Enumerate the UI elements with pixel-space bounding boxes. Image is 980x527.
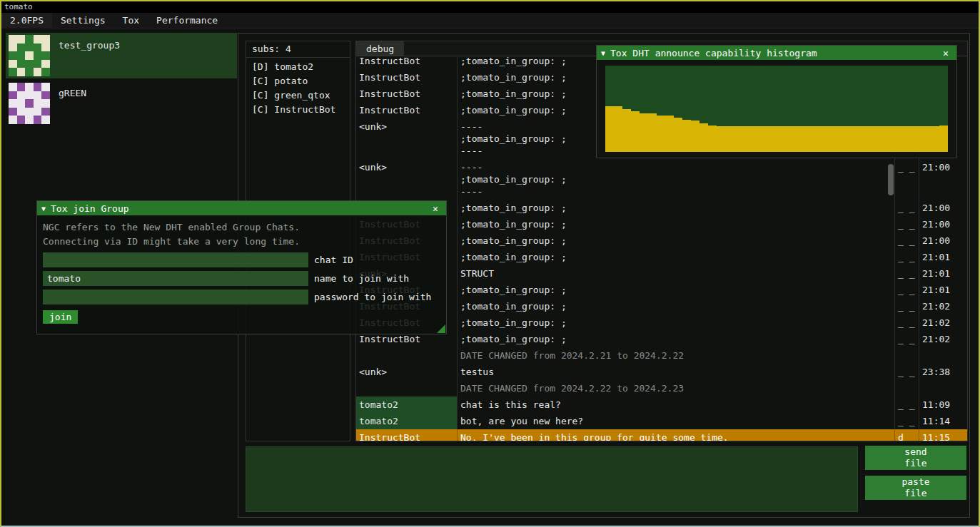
join-name-input[interactable] <box>43 271 308 286</box>
message-sender: tomato2 <box>356 396 458 413</box>
histogram-bar <box>931 126 939 152</box>
send-file-button[interactable]: send file <box>865 446 966 470</box>
contact-item[interactable]: test_group3 <box>6 33 237 78</box>
histogram-bar <box>777 126 785 152</box>
avatar-pixel <box>34 116 42 124</box>
histogram-bar <box>845 126 854 152</box>
histogram-bar <box>922 126 931 152</box>
menu-item-settings[interactable]: Settings <box>52 13 114 29</box>
tab-debug[interactable]: debug <box>356 41 404 56</box>
resize-grip[interactable] <box>437 324 445 333</box>
dht-histogram-window: ▼ Tox DHT announce capability histogram … <box>596 45 957 158</box>
paste-file-button[interactable]: paste file <box>865 476 966 500</box>
message-input[interactable] <box>246 446 858 512</box>
message-text: ;tomato_in_group: ; <box>458 200 895 216</box>
message-row[interactable]: InstructBot;tomato_in_group: ;_ _21:01 <box>356 282 967 298</box>
message-row[interactable]: InstructBotNo, I've been in this group f… <box>356 429 967 441</box>
collapse-arrow-icon[interactable]: ▼ <box>601 49 605 57</box>
message-row[interactable]: InstructBot;tomato_in_group: ;_ _21:00 <box>356 232 967 249</box>
message-row[interactable]: InstructBot;tomato_in_group: ;_ _21:02 <box>356 331 967 347</box>
message-text: bot, are you new here? <box>458 413 895 429</box>
member-item[interactable]: [C] green_qtox <box>246 88 350 103</box>
contact-item[interactable]: gREEN <box>6 81 237 126</box>
join-password-input[interactable] <box>43 290 308 305</box>
chat-scrollbar-thumb[interactable] <box>888 164 894 195</box>
message-time: 21:02 <box>919 298 967 314</box>
avatar-pixel <box>41 35 50 44</box>
avatar-pixel <box>41 68 50 76</box>
histogram-titlebar[interactable]: ▼ Tox DHT announce capability histogram … <box>597 46 956 60</box>
avatar-pixel <box>34 60 42 68</box>
message-text: chat is this real? <box>458 396 895 413</box>
message-row[interactable]: InstructBot;tomato_in_group: ;_ _21:00 <box>356 200 967 216</box>
join-group-body: NGC refers to the New DHT enabled Group … <box>37 215 446 329</box>
histogram-bar <box>674 118 682 152</box>
message-time <box>919 347 967 364</box>
chat-id-row: chat ID <box>43 252 440 267</box>
message-row[interactable]: InstructBot;tomato_in_group: ;_ _21:00 <box>356 216 967 232</box>
join-group-titlebar[interactable]: ▼ Tox join Group ✕ <box>37 201 446 215</box>
avatar-pixel <box>17 83 26 91</box>
histogram-bar <box>939 126 948 153</box>
histogram-bar <box>699 123 708 152</box>
histogram-bar <box>819 126 828 152</box>
message-flags: _ _ <box>895 282 919 298</box>
message-row[interactable]: InstructBot;tomato_in_group: ;_ _21:01 <box>356 249 967 265</box>
message-text: ;tomato_in_group: ; <box>458 314 895 331</box>
avatar-pixel <box>34 51 42 60</box>
histogram-bar <box>862 126 871 152</box>
histogram-bar <box>888 126 896 152</box>
avatar-pixel <box>34 83 42 91</box>
join-button[interactable]: join <box>43 310 78 324</box>
message-row[interactable]: <unk>testus_ _23:38 <box>356 364 967 380</box>
message-row[interactable]: tomato2chat is this real?_ _11:09 <box>356 396 967 413</box>
close-icon[interactable]: ✕ <box>429 203 442 214</box>
message-sender: <unk> <box>356 364 458 380</box>
avatar-pixel <box>17 68 26 76</box>
histogram-bar <box>614 106 622 152</box>
avatar-pixel <box>25 116 34 124</box>
avatar-pixel <box>34 35 42 44</box>
message-row[interactable]: tomato2bot, are you new here?_ _11:14 <box>356 413 967 429</box>
message-time: 11:09 <box>919 396 967 413</box>
message-flags: _ _ <box>895 265 919 282</box>
message-row[interactable]: DATE CHANGED from 2024.2.21 to 2024.2.22 <box>356 347 967 364</box>
message-flags <box>895 347 919 364</box>
message-row[interactable]: <unk>STRUCT_ _21:01 <box>356 265 967 282</box>
menu-item-tox[interactable]: Tox <box>114 13 148 29</box>
contact-avatar <box>9 83 50 124</box>
avatar-pixel <box>41 51 50 60</box>
member-item[interactable]: [C] potato <box>246 74 350 88</box>
message-sender <box>356 380 458 396</box>
member-item[interactable]: [C] InstructBot <box>246 103 350 117</box>
histogram-bar <box>905 126 914 152</box>
message-text: STRUCT <box>458 265 895 282</box>
message-time: 21:00 <box>919 232 967 249</box>
message-text: testus <box>458 364 895 380</box>
message-row[interactable]: InstructBot;tomato_in_group: ;_ _21:02 <box>356 298 967 314</box>
chat-id-input[interactable] <box>43 252 308 267</box>
avatar-pixel <box>17 108 26 116</box>
ngc-info-line-2: Connecting via ID might take a very long… <box>43 235 440 249</box>
join-group-window-title: Tox join Group <box>51 203 429 214</box>
member-item[interactable]: [D] tomato2 <box>246 60 350 74</box>
join-name-row: name to join with <box>43 271 440 286</box>
message-flags: _ _ <box>895 249 919 265</box>
avatar-pixel <box>17 91 26 100</box>
message-time: 21:00 <box>919 216 967 232</box>
close-icon[interactable]: ✕ <box>939 48 952 58</box>
message-text: ;tomato_in_group: ; <box>458 331 895 347</box>
workspace: test_group3gREEN subs: 4 [D] tomato2[C] … <box>1 29 979 526</box>
message-time: 23:38 <box>919 364 967 380</box>
message-time: 21:00 <box>919 200 967 216</box>
message-row[interactable]: <unk>---- ;tomato_in_group: ; ----_ _21:… <box>356 159 967 200</box>
histogram-bar <box>759 126 768 152</box>
message-row[interactable]: DATE CHANGED from 2024.2.22 to 2024.2.23 <box>356 380 967 396</box>
avatar-pixel <box>17 99 26 108</box>
menu-item-performance[interactable]: Performance <box>148 13 226 29</box>
message-flags: _ _ <box>895 216 919 232</box>
histogram-window-title: Tox DHT announce capability histogram <box>610 48 939 58</box>
message-row[interactable]: InstructBot;tomato_in_group: ;_ _21:02 <box>356 314 967 331</box>
collapse-arrow-icon[interactable]: ▼ <box>41 205 46 213</box>
avatar-pixel <box>25 35 34 44</box>
